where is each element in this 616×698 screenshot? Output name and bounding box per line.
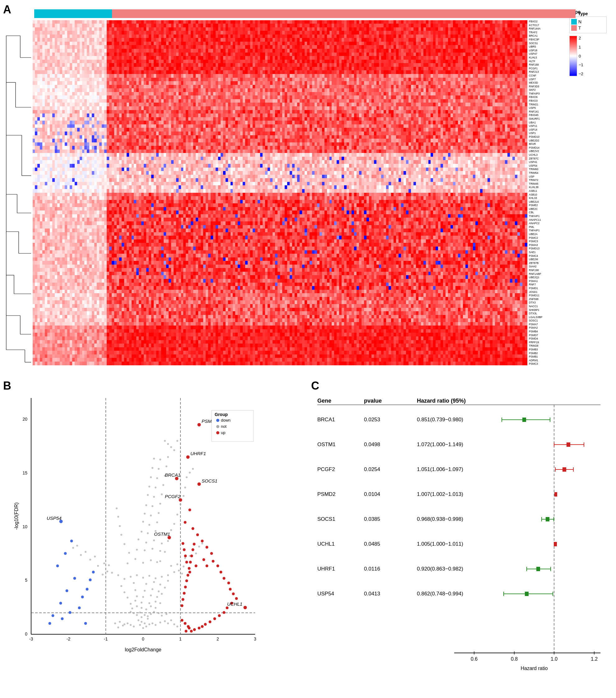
svg-point-157 [124,543,125,545]
svg-point-90 [134,600,136,602]
gene-label: PSMD14 [529,146,583,149]
gene-label: USP14 [529,128,583,131]
svg-point-223 [84,622,87,625]
svg-point-221 [52,614,54,617]
svg-point-241 [206,564,208,568]
svg-point-147 [151,548,153,550]
svg-rect-350 [536,567,540,571]
svg-rect-329 [555,492,557,497]
svg-point-115 [142,577,144,578]
svg-point-87 [141,602,142,603]
gene-label: UBE2L6 [529,200,583,203]
panel-b-label: B [3,379,11,392]
svg-point-218 [86,588,89,591]
svg-point-275 [192,548,194,551]
svg-point-257 [201,625,204,628]
svg-point-98 [127,597,128,599]
svg-point-110 [120,585,122,587]
dendrogram-left [3,20,33,365]
svg-point-67 [117,627,119,628]
gene-label: DTX3L [529,312,583,315]
svg-point-137 [127,562,128,564]
gene-label: UBA1 [529,121,583,124]
svg-point-103 [164,587,166,589]
svg-point-151 [128,552,130,554]
svg-point-268 [183,592,186,595]
gene-label: PSMB4 [529,330,583,333]
dendrogram-svg [3,20,33,365]
gene-label: PSMD1 [529,287,583,290]
svg-point-181 [116,507,118,509]
gene-label: TNFAIP1 [529,215,583,218]
gene-label: RNF141 [529,110,583,113]
svg-point-256 [204,623,207,626]
forest-plot-container: Gene pvalue Hazard ratio (95%) BRCA1 0.0… [314,392,607,672]
svg-point-74 [153,611,155,613]
svg-text:1.2: 1.2 [591,656,598,661]
svg-text:pvalue: pvalue [364,397,382,404]
svg-point-62 [122,625,124,627]
svg-text:0: 0 [142,637,145,641]
svg-point-178 [159,503,161,505]
svg-point-51 [137,619,139,621]
gene-label: SOCS1 [529,42,583,45]
gene-label: PSMA2 [529,326,583,329]
svg-text:1.007(1.002−1.013): 1.007(1.002−1.013) [417,491,463,497]
svg-text:PCGF2: PCGF2 [165,494,181,499]
gene-label: UCHL3 [529,154,583,156]
svg-point-116 [136,574,138,576]
svg-point-187 [162,484,164,486]
svg-text:1: 1 [179,637,182,641]
svg-point-215 [61,617,64,620]
svg-point-209 [64,552,67,555]
svg-point-234 [196,533,199,536]
main-container: A Type N T 2 1 0 −1 [0,0,616,698]
gene-label: PSMC2 [529,237,583,239]
gene-label: TNFAIP1 [529,229,583,232]
svg-point-225 [186,456,190,459]
gene-label: USP1 [529,132,583,135]
gene-label: PSMD13 [529,247,583,250]
gene-label: HLTF [529,60,583,63]
svg-point-246 [228,582,230,585]
svg-point-227 [197,483,201,486]
svg-point-60 [164,620,166,622]
gene-label: DTX3 [529,301,583,304]
gene-label: PSMB3 [529,348,583,351]
gene-label: SKP2 [529,88,583,92]
svg-point-59 [159,622,161,623]
svg-point-189 [184,487,186,488]
gene-label: PSME2 [529,204,583,207]
svg-point-78 [161,615,163,616]
gene-label: ANAPC11 [529,219,583,221]
gene-label: UBE2A [529,233,583,236]
gene-label: BFAR [529,143,583,145]
gene-label: TRIM28 [529,345,583,347]
svg-text:BRCA1: BRCA1 [317,417,335,422]
svg-point-260 [190,630,193,633]
svg-point-248 [232,592,235,596]
gene-label: KCTO17 [529,24,583,27]
svg-point-129 [108,564,110,566]
svg-point-145 [80,554,82,556]
heatmap-main-row: FBXO2 KCTO17 RNF144A TRAF2 BRCA1 FBXC3P … [3,20,527,365]
svg-text:0.0498: 0.0498 [364,442,380,447]
svg-text:0.0413: 0.0413 [364,591,380,597]
gene-label: SAE1 [529,251,583,254]
gene-label: PSMC4 [529,255,583,257]
svg-point-205 [164,440,166,442]
svg-point-56 [130,624,132,626]
svg-rect-336 [546,517,549,521]
gene-label: ZBT87C [529,157,583,160]
svg-point-138 [184,557,186,559]
svg-point-196 [159,459,161,460]
svg-point-216 [78,606,81,610]
svg-text:0.0253: 0.0253 [364,417,380,422]
gene-label: RNF144A [529,27,583,30]
svg-point-117 [130,576,132,578]
svg-text:1.051(1.006−1.097): 1.051(1.006−1.097) [417,466,463,472]
svg-point-154 [161,543,163,544]
svg-point-50 [142,627,144,629]
svg-text:OSTM1: OSTM1 [317,442,336,447]
gene-label: UBE2M [529,258,583,261]
